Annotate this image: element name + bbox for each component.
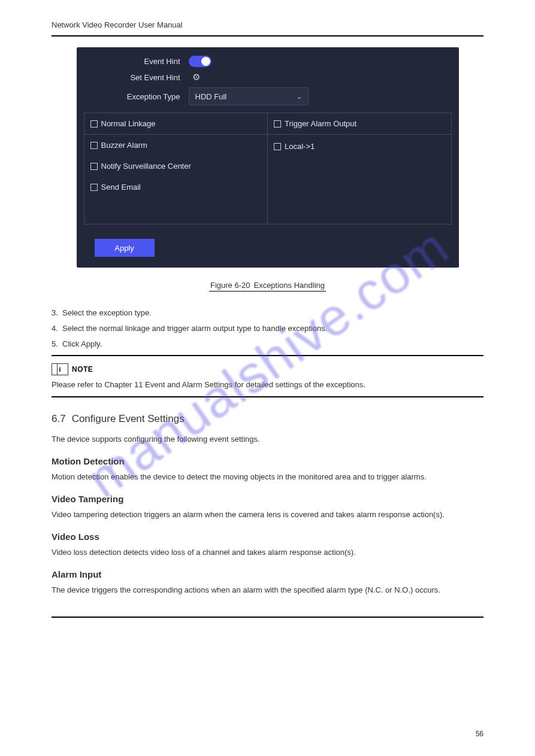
exception-type-label: Exception Type	[84, 92, 189, 101]
page-number: 56	[476, 730, 483, 738]
section-intro: The device supports configuring the foll…	[0, 433, 535, 445]
trigger-alarm-output-header[interactable]: Trigger Alarm Output	[268, 113, 452, 135]
chevron-down-icon: ⌄	[297, 93, 302, 101]
buzzer-alarm-option[interactable]: Buzzer Alarm	[84, 135, 268, 156]
motion-text: Motion detection enables the device to d…	[0, 471, 535, 483]
step-5: 5.Click Apply.	[52, 338, 483, 350]
toggle-knob	[201, 57, 210, 66]
set-event-hint-label: Set Event Hint	[84, 73, 189, 82]
event-hint-label: Event Hint	[84, 57, 189, 66]
subheading-motion: Motion Detection	[0, 456, 535, 466]
exception-type-value: HDD Full	[195, 92, 227, 101]
send-email-option[interactable]: Send Email	[84, 177, 268, 198]
checkbox-icon[interactable]	[90, 184, 98, 191]
divider	[52, 396, 483, 397]
checkbox-icon[interactable]	[90, 163, 98, 170]
exception-type-select[interactable]: HDD Full ⌄	[189, 87, 309, 105]
checkbox-icon[interactable]	[90, 142, 98, 149]
notify-surveillance-option[interactable]: Notify Surveillance Center	[84, 156, 268, 177]
subheading-alarminput: Alarm Input	[0, 569, 535, 579]
checkbox-icon[interactable]	[274, 120, 281, 127]
normal-linkage-header[interactable]: Normal Linkage	[84, 113, 268, 135]
videoloss-text: Video loss detection detects video loss …	[0, 546, 535, 558]
step-3: 3.Select the exception type.	[52, 307, 483, 319]
alarminput-text: The device triggers the corresponding ac…	[0, 584, 535, 596]
checkbox-icon[interactable]	[274, 143, 281, 150]
step-4: 4.Select the normal linkage and trigger …	[52, 323, 483, 335]
divider	[52, 617, 483, 618]
subheading-tampering: Video Tampering	[0, 494, 535, 504]
divider	[52, 35, 483, 37]
tampering-text: Video tampering detection triggers an al…	[0, 509, 535, 521]
section-heading: 6.7Configure Event Settings	[0, 413, 535, 425]
checkbox-icon[interactable]	[90, 120, 98, 127]
local-1-option[interactable]: Local->1	[274, 142, 445, 151]
figure-caption: Figure 6-20Exceptions Handling	[209, 281, 326, 292]
note-icon: i	[52, 363, 68, 375]
gear-icon[interactable]: ⚙	[192, 72, 200, 83]
exceptions-screenshot: Event Hint Set Event Hint ⚙ Exception Ty…	[77, 47, 459, 268]
note-text: Please refer to Chapter 11 Event and Ala…	[0, 379, 535, 391]
event-hint-toggle[interactable]	[189, 56, 211, 67]
subheading-videoloss: Video Loss	[0, 532, 535, 542]
divider	[52, 355, 483, 356]
linkage-table: Normal Linkage Trigger Alarm Output Buzz…	[84, 113, 452, 224]
page-header-title: Network Video Recorder User Manual	[0, 0, 535, 29]
note-label: NOTE	[72, 365, 93, 374]
apply-button[interactable]: Apply	[95, 239, 155, 257]
